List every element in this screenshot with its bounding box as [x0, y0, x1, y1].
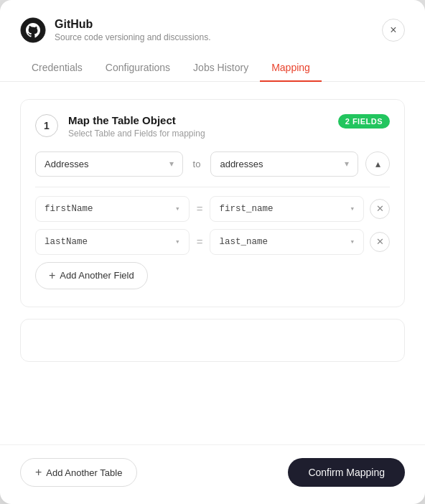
field-from-chevron-1: ▾ — [175, 204, 180, 213]
mapping-card: 1 Map the Table Object Select Table and … — [20, 99, 405, 307]
field-from-value-1: firstName — [45, 204, 93, 214]
eq-label-1: = — [195, 202, 205, 215]
field-to-value-1: first_name — [219, 204, 273, 214]
field-to-select-1[interactable]: first_name ▾ — [210, 196, 364, 222]
to-label: to — [190, 159, 204, 169]
fields-section: firstName ▾ = first_name ▾ ✕ lastName ▾ — [35, 196, 390, 255]
empty-card — [20, 319, 405, 362]
close-button[interactable]: × — [382, 19, 405, 42]
remove-field-button-2[interactable]: ✕ — [370, 232, 390, 252]
field-to-value-2: last_name — [219, 237, 268, 247]
modal-body: 1 Map the Table Object Select Table and … — [0, 82, 425, 445]
header-left: GitHub Source code versioning and discus… — [20, 17, 210, 43]
table-from-chevron: ▾ — [169, 159, 174, 169]
card-desc: Select Table and Fields for mapping — [68, 129, 205, 139]
field-from-chevron-2: ▾ — [175, 237, 180, 246]
field-from-select-1[interactable]: firstName ▾ — [35, 196, 190, 222]
table-from-value: Addresses — [45, 159, 88, 169]
add-field-plus-icon: + — [49, 269, 55, 282]
eq-label-2: = — [195, 235, 205, 248]
table-to-chevron: ▾ — [345, 159, 349, 169]
add-table-button[interactable]: + Add Another Table — [20, 458, 137, 487]
field-to-select-2[interactable]: last_name ▾ — [210, 229, 364, 255]
add-field-button[interactable]: + Add Another Field — [35, 262, 148, 289]
add-table-label: Add Another Table — [46, 467, 122, 478]
modal: GitHub Source code versioning and discus… — [0, 0, 425, 504]
table-selector-row: Addresses ▾ to addresses ▾ ▴ — [35, 151, 390, 177]
field-from-select-2[interactable]: lastName ▾ — [35, 229, 190, 255]
svg-point-0 — [21, 18, 45, 42]
card-title: Map the Table Object — [68, 114, 205, 126]
field-row: firstName ▾ = first_name ▾ ✕ — [35, 196, 390, 222]
field-row: lastName ▾ = last_name ▾ ✕ — [35, 229, 390, 255]
app-desc: Source code versioning and discussions. — [55, 32, 210, 42]
card-info: Map the Table Object Select Table and Fi… — [68, 114, 205, 139]
field-to-chevron-2: ▾ — [350, 237, 355, 246]
modal-header: GitHub Source code versioning and discus… — [0, 0, 425, 55]
remove-field-button-1[interactable]: ✕ — [370, 199, 390, 219]
tab-mapping[interactable]: Mapping — [260, 55, 322, 82]
collapse-button[interactable]: ▴ — [365, 151, 390, 176]
field-to-chevron-1: ▾ — [350, 204, 355, 213]
add-table-plus-icon: + — [35, 466, 42, 479]
header-text: GitHub Source code versioning and discus… — [55, 18, 210, 42]
confirm-mapping-button[interactable]: Confirm Mapping — [288, 458, 405, 487]
tabs: Credentials Configurations Jobs History … — [0, 55, 425, 82]
fields-badge: 2 FIELDS — [338, 114, 390, 129]
field-from-value-2: lastName — [45, 237, 88, 247]
tab-jobs-history[interactable]: Jobs History — [182, 55, 260, 82]
tab-credentials[interactable]: Credentials — [20, 55, 94, 82]
divider — [35, 187, 390, 187]
app-name: GitHub — [55, 18, 210, 31]
card-header: 1 Map the Table Object Select Table and … — [35, 114, 390, 139]
add-field-label: Add Another Field — [60, 270, 134, 281]
card-header-left: 1 Map the Table Object Select Table and … — [35, 114, 205, 139]
modal-footer: + Add Another Table Confirm Mapping — [0, 444, 425, 504]
tab-configurations[interactable]: Configurations — [94, 55, 182, 82]
table-to-value: addresses — [220, 159, 263, 169]
github-icon — [20, 17, 46, 43]
step-number: 1 — [35, 114, 58, 137]
table-to-select[interactable]: addresses ▾ — [210, 151, 358, 177]
table-from-select[interactable]: Addresses ▾ — [35, 151, 183, 177]
